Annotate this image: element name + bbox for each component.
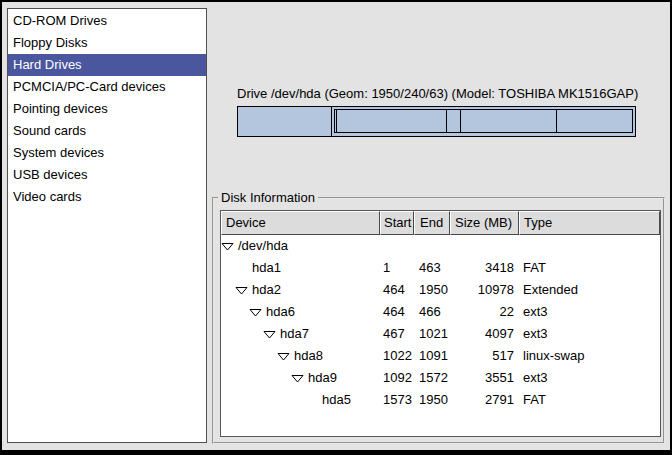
expander-icon[interactable] [291,374,308,383]
sidebar-item-floppy-disks[interactable]: Floppy Disks [8,32,206,54]
table-row-hda7[interactable]: hda7 467 1021 4097 ext3 [221,323,660,345]
partition-segment-hda7 [337,110,447,132]
expander-icon[interactable] [263,330,280,339]
drive-info-label: Drive /dev/hda (Geom: 1950/240/63) (Mode… [237,86,638,101]
end-cell: 1950 [414,279,450,301]
table-row-dev-hda[interactable]: /dev/hda [221,235,660,257]
expander-icon[interactable] [277,352,294,361]
end-cell: 1021 [414,323,450,345]
partition-bar [237,106,636,137]
tree-indent [221,378,291,379]
end-cell: 1572 [414,367,450,389]
sidebar-item-hard-drives[interactable]: Hard Drives [8,54,206,76]
tree-indent [221,356,277,357]
partition-segment-hda5 [557,110,632,132]
type-cell: FAT [519,257,660,279]
type-cell: Extended [519,279,660,301]
column-header-type[interactable]: Type [519,211,660,235]
end-cell: 1091 [414,345,450,367]
column-header-device[interactable]: Device [221,211,380,235]
sidebar-item-cdrom-drives[interactable]: CD-ROM Drives [8,10,206,32]
start-cell: 1573 [380,389,414,411]
device-name: hda8 [294,345,323,367]
start-cell [380,235,414,257]
start-cell: 1022 [380,345,414,367]
device-name: hda5 [322,389,351,411]
type-cell: ext3 [519,301,660,323]
device-name: hda2 [252,279,281,301]
sidebar-item-system-devices[interactable]: System devices [8,142,206,164]
table-row-hda6[interactable]: hda6 464 466 22 ext3 [221,301,660,323]
table-body: /dev/hda hda1 1 463 3418 F [221,235,660,411]
size-cell: 4097 [450,323,519,345]
size-cell: 3551 [450,367,519,389]
sidebar-item-sound-cards[interactable]: Sound cards [8,120,206,142]
partition-segment-hda1 [238,107,332,136]
sidebar-item-pcmcia-devices[interactable]: PCMCIA/PC-Card devices [8,76,206,98]
size-cell: 3418 [450,257,519,279]
tree-indent [221,268,235,269]
partition-segment-hda8 [447,110,461,132]
table-header-row: Device Start End Size (MB) Type [221,211,660,235]
start-cell: 1 [380,257,414,279]
type-cell: ext3 [519,323,660,345]
window-content: CD-ROM Drives Floppy Disks Hard Drives P… [2,2,670,450]
start-cell: 464 [380,301,414,323]
end-cell: 466 [414,301,450,323]
device-name: /dev/hda [238,235,288,257]
start-cell: 467 [380,323,414,345]
size-cell: 22 [450,301,519,323]
table-row-hda9[interactable]: hda9 1092 1572 3551 ext3 [221,367,660,389]
table-row-hda1[interactable]: hda1 1 463 3418 FAT [221,257,660,279]
type-cell: ext3 [519,367,660,389]
size-cell [450,235,519,257]
tree-indent [221,334,263,335]
partition-segment-hda9 [461,110,557,132]
expander-icon[interactable] [235,286,252,295]
extended-partition-hda2 [334,109,633,133]
type-cell [519,235,660,257]
column-header-end[interactable]: End [414,211,450,235]
table-row-hda5[interactable]: hda5 1573 1950 2791 FAT [221,389,660,411]
device-name: hda7 [280,323,309,345]
start-cell: 464 [380,279,414,301]
device-name: hda1 [252,257,281,279]
sidebar-item-pointing-devices[interactable]: Pointing devices [8,98,206,120]
expander-icon[interactable] [249,308,266,317]
size-cell: 2791 [450,389,519,411]
expander-icon[interactable] [221,242,238,251]
column-header-size[interactable]: Size (MB) [450,211,519,235]
disk-information-frame: Disk Information Device Start End Size (… [212,197,665,444]
device-category-list: CD-ROM Drives Floppy Disks Hard Drives P… [7,8,207,443]
device-name: hda6 [266,301,295,323]
table-row-hda8[interactable]: hda8 1022 1091 517 linux-swap [221,345,660,367]
disk-information-frame-label: Disk Information [218,190,318,206]
sidebar-item-usb-devices[interactable]: USB devices [8,164,206,186]
tree-indent [221,290,235,291]
hardware-browser-window: CD-ROM Drives Floppy Disks Hard Drives P… [0,0,672,455]
column-header-start[interactable]: Start [380,211,414,235]
start-cell: 1092 [380,367,414,389]
end-cell: 1950 [414,389,450,411]
disk-information-table: Device Start End Size (MB) Type /dev/hda [220,210,661,437]
size-cell: 10978 [450,279,519,301]
tree-indent [221,400,305,401]
device-name: hda9 [308,367,337,389]
tree-indent [221,312,249,313]
type-cell: linux-swap [519,345,660,367]
size-cell: 517 [450,345,519,367]
end-cell: 463 [414,257,450,279]
end-cell [414,235,450,257]
table-row-hda2[interactable]: hda2 464 1950 10978 Extended [221,279,660,301]
sidebar-item-video-cards[interactable]: Video cards [8,186,206,208]
type-cell: FAT [519,389,660,411]
